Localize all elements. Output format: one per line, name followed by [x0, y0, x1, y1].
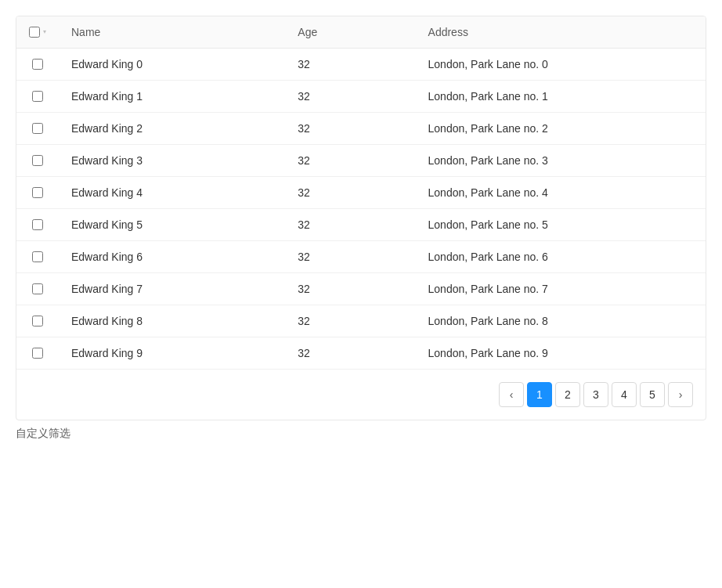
row-age: 32 [285, 113, 415, 145]
row-checkbox-7[interactable] [32, 283, 43, 294]
row-name: Edward King 2 [59, 113, 285, 145]
pagination: ‹ 1 2 3 4 5 › [16, 369, 706, 420]
row-age: 32 [285, 145, 415, 177]
row-name: Edward King 8 [59, 305, 285, 337]
row-checkbox-cell [16, 177, 59, 209]
row-address: London, Park Lane no. 3 [416, 145, 706, 177]
page-button-4[interactable]: 4 [612, 382, 637, 407]
row-name: Edward King 0 [59, 49, 285, 81]
footer-custom-filter: 自定义筛选 [16, 420, 706, 447]
row-address: London, Park Lane no. 4 [416, 177, 706, 209]
row-address: London, Park Lane no. 2 [416, 113, 706, 145]
row-checkbox-9[interactable] [32, 348, 43, 359]
row-checkbox-1[interactable] [32, 91, 43, 102]
row-checkbox-cell [16, 305, 59, 337]
row-age: 32 [285, 241, 415, 273]
row-checkbox-cell [16, 241, 59, 273]
row-age: 32 [285, 49, 415, 81]
row-address: London, Park Lane no. 9 [416, 337, 706, 370]
next-page-button[interactable]: › [668, 382, 693, 407]
row-checkbox-5[interactable] [32, 219, 43, 230]
row-checkbox-6[interactable] [32, 251, 43, 262]
row-checkbox-cell [16, 113, 59, 145]
row-checkbox-8[interactable] [32, 316, 43, 326]
row-checkbox-cell [16, 209, 59, 241]
row-name: Edward King 5 [59, 209, 285, 241]
table-row: Edward King 5 32 London, Park Lane no. 5 [16, 209, 706, 241]
row-checkbox-4[interactable] [32, 187, 43, 198]
row-address: London, Park Lane no. 6 [416, 241, 706, 273]
row-address: London, Park Lane no. 1 [416, 81, 706, 113]
row-address: London, Park Lane no. 0 [416, 49, 706, 81]
table-row: Edward King 1 32 London, Park Lane no. 1 [16, 81, 706, 113]
table-row: Edward King 2 32 London, Park Lane no. 2 [16, 113, 706, 145]
row-address: London, Park Lane no. 8 [416, 305, 706, 337]
select-all-checkbox[interactable] [29, 27, 40, 38]
prev-page-button[interactable]: ‹ [499, 382, 524, 407]
page-button-2[interactable]: 2 [555, 382, 580, 407]
table-row: Edward King 6 32 London, Park Lane no. 6 [16, 241, 706, 273]
row-age: 32 [285, 337, 415, 370]
row-name: Edward King 6 [59, 241, 285, 273]
row-checkbox-cell [16, 273, 59, 305]
header-sort-icon: ▾ [43, 29, 46, 35]
header-address: Address [416, 16, 706, 49]
row-name: Edward King 4 [59, 177, 285, 209]
row-age: 32 [285, 209, 415, 241]
row-name: Edward King 1 [59, 81, 285, 113]
table-row: Edward King 3 32 London, Park Lane no. 3 [16, 145, 706, 177]
table-header-row: ▾ Name Age Address [16, 16, 706, 49]
table-row: Edward King 0 32 London, Park Lane no. 0 [16, 49, 706, 81]
data-table: ▾ Name Age Address Edward [16, 16, 706, 369]
page-button-3[interactable]: 3 [583, 382, 608, 407]
page-button-5[interactable]: 5 [640, 382, 665, 407]
row-checkbox-cell [16, 337, 59, 370]
table-row: Edward King 7 32 London, Park Lane no. 7 [16, 273, 706, 305]
page-button-1[interactable]: 1 [527, 382, 552, 407]
table-row: Edward King 4 32 London, Park Lane no. 4 [16, 177, 706, 209]
row-checkbox-3[interactable] [32, 155, 43, 166]
table-row: Edward King 8 32 London, Park Lane no. 8 [16, 305, 706, 337]
row-name: Edward King 7 [59, 273, 285, 305]
row-checkbox-2[interactable] [32, 123, 43, 134]
row-address: London, Park Lane no. 5 [416, 209, 706, 241]
row-name: Edward King 3 [59, 145, 285, 177]
row-age: 32 [285, 81, 415, 113]
row-checkbox-cell [16, 145, 59, 177]
row-name: Edward King 9 [59, 337, 285, 370]
header-name: Name [59, 16, 285, 49]
row-age: 32 [285, 273, 415, 305]
table-container: ▾ Name Age Address Edward [16, 16, 706, 420]
row-age: 32 [285, 305, 415, 337]
row-checkbox-0[interactable] [32, 59, 43, 70]
header-age: Age [285, 16, 415, 49]
header-checkbox-cell: ▾ [16, 16, 59, 49]
row-checkbox-cell [16, 81, 59, 113]
row-checkbox-cell [16, 49, 59, 81]
row-age: 32 [285, 177, 415, 209]
table-row: Edward King 9 32 London, Park Lane no. 9 [16, 337, 706, 370]
row-address: London, Park Lane no. 7 [416, 273, 706, 305]
